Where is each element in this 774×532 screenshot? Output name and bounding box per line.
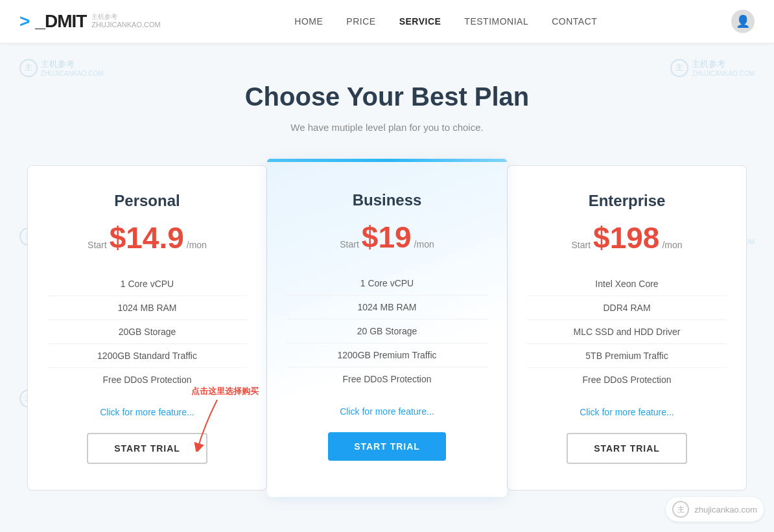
list-item: MLC SSD and HDD Driver bbox=[527, 320, 727, 344]
bottom-watermark-text: zhujicankao.com bbox=[694, 505, 757, 515]
plan-personal-name: Personal bbox=[114, 192, 180, 210]
bottom-watermark-icon: 主 bbox=[672, 501, 689, 518]
pricing-section: 点击这里选择购买 Personal Start $14.9 /mon 1 Cor… bbox=[0, 152, 774, 529]
logo-sub2: ZHUJICANKAO.COM bbox=[91, 21, 160, 29]
plan-enterprise-start: Start bbox=[571, 240, 591, 250]
plan-business-start: Start bbox=[340, 239, 359, 249]
plan-enterprise: Enterprise Start $198 /mon Intel Xeon Co… bbox=[507, 165, 747, 491]
list-item: 20 GB Storage bbox=[287, 319, 487, 343]
nav-price[interactable]: PRICE bbox=[346, 16, 375, 27]
list-item: 1 Core vCPU bbox=[47, 272, 247, 296]
list-item: Intel Xeon Core bbox=[527, 272, 727, 296]
logo-text: _DMIT bbox=[35, 11, 86, 32]
hero-section: Choose Your Best Plan We have mutiple le… bbox=[0, 43, 774, 152]
plan-business-features: 1 Core vCPU 1024 MB RAM 20 GB Storage 12… bbox=[287, 272, 487, 391]
plan-personal-price-row: Start $14.9 /mon bbox=[88, 223, 207, 253]
plan-business-more[interactable]: Click for more feature... bbox=[340, 406, 434, 417]
list-item: 1 Core vCPU bbox=[287, 272, 487, 295]
plan-personal: Personal Start $14.9 /mon 1 Core vCPU 10… bbox=[27, 165, 267, 491]
plan-business-name: Business bbox=[353, 191, 422, 209]
list-item: 1024 MB RAM bbox=[47, 296, 247, 320]
plan-personal-more[interactable]: Click for more feature... bbox=[100, 407, 194, 417]
plan-enterprise-cta[interactable]: START TRIAL bbox=[567, 433, 687, 464]
plan-personal-start: Start bbox=[88, 240, 107, 250]
list-item: 1200GB Standard Traffic bbox=[47, 344, 247, 368]
list-item: Free DDoS Protection bbox=[527, 368, 727, 391]
nav-testimonial[interactable]: TESTIMONIAL bbox=[464, 16, 528, 27]
plan-enterprise-more[interactable]: Click for more feature... bbox=[580, 407, 674, 417]
plan-business-cta[interactable]: START TRIAL bbox=[328, 432, 446, 461]
nav-service[interactable]: SERVICE bbox=[399, 16, 441, 27]
list-item: 1200GB Premium Traffic bbox=[287, 343, 487, 367]
logo-chevron-icon: > bbox=[19, 11, 30, 32]
avatar[interactable]: 👤 bbox=[731, 10, 755, 33]
page-wrapper: > _DMIT 主机参考 ZHUJICANKAO.COM HOME PRICE … bbox=[0, 0, 774, 529]
list-item: 5TB Premium Traffic bbox=[527, 344, 727, 368]
list-item: Free DDoS Protection bbox=[287, 367, 487, 391]
plan-business-unit: /mon bbox=[414, 239, 434, 249]
list-item: 20GB Storage bbox=[47, 320, 247, 344]
hero-subtitle: We have mutiple level plan for you to ch… bbox=[13, 122, 761, 133]
plan-personal-unit: /mon bbox=[187, 240, 207, 250]
navbar: > _DMIT 主机参考 ZHUJICANKAO.COM HOME PRICE … bbox=[0, 0, 774, 43]
logo: > _DMIT 主机参考 ZHUJICANKAO.COM bbox=[19, 11, 161, 32]
logo-sub1: 主机参考 bbox=[91, 13, 160, 21]
plan-personal-price: $14.9 bbox=[110, 223, 184, 253]
hero-title: Choose Your Best Plan bbox=[13, 82, 761, 111]
plan-business-price: $19 bbox=[362, 222, 412, 252]
nav-home[interactable]: HOME bbox=[294, 16, 323, 27]
plan-enterprise-name: Enterprise bbox=[589, 192, 666, 210]
plan-enterprise-price: $198 bbox=[593, 223, 659, 253]
bottom-watermark: 主 zhujicankao.com bbox=[666, 497, 764, 522]
list-item: DDR4 RAM bbox=[527, 296, 727, 320]
plan-business-price-row: Start $19 /mon bbox=[340, 222, 434, 252]
plan-enterprise-features: Intel Xeon Core DDR4 RAM MLC SSD and HDD… bbox=[527, 272, 727, 391]
plan-enterprise-unit: /mon bbox=[662, 240, 682, 250]
logo-subtitle: 主机参考 ZHUJICANKAO.COM bbox=[91, 13, 160, 29]
list-item: 1024 MB RAM bbox=[287, 295, 487, 319]
plan-personal-cta[interactable]: START TRIAL bbox=[87, 433, 207, 464]
nav-links: HOME PRICE SERVICE TESTIMONIAL CONTACT bbox=[294, 16, 597, 27]
plan-business: Business Start $19 /mon 1 Core vCPU 1024… bbox=[267, 159, 507, 497]
list-item: Free DDoS Protection bbox=[47, 368, 247, 391]
nav-contact[interactable]: CONTACT bbox=[552, 16, 597, 27]
plan-personal-features: 1 Core vCPU 1024 MB RAM 20GB Storage 120… bbox=[47, 272, 247, 391]
featured-bar bbox=[267, 159, 507, 162]
plan-enterprise-price-row: Start $198 /mon bbox=[571, 223, 682, 253]
